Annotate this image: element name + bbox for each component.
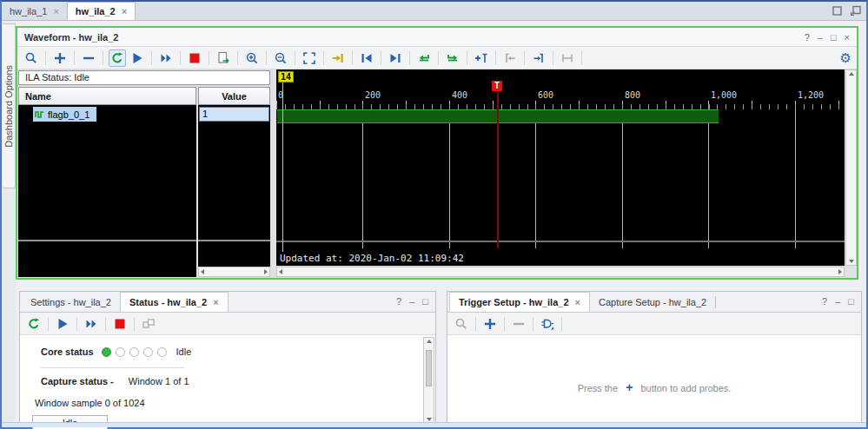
scroll-up-icon[interactable] bbox=[427, 340, 432, 343]
signal-row[interactable]: flagb_0_1 bbox=[33, 107, 96, 122]
trigger-setup-panel: Trigger Setup - hw_ila_2 × Capture Setup… bbox=[447, 291, 862, 426]
previous-transition-icon[interactable] bbox=[415, 50, 433, 67]
core-status-value: Idle bbox=[176, 346, 192, 357]
core-status-row: Core status Idle bbox=[41, 346, 191, 357]
cursor-marker[interactable]: 14 bbox=[278, 71, 294, 82]
core-status-dot-active bbox=[102, 347, 111, 357]
trigger-maximize-icon[interactable]: □ bbox=[848, 296, 854, 307]
status-vscrollbar[interactable] bbox=[423, 337, 434, 424]
auto-retrigger-icon[interactable] bbox=[25, 315, 43, 333]
scroll-up-icon[interactable] bbox=[849, 72, 854, 76]
gridline bbox=[795, 109, 796, 248]
scroll-right-icon[interactable] bbox=[838, 269, 842, 274]
scroll-down-icon[interactable] bbox=[427, 418, 432, 421]
remove-probes-icon[interactable] bbox=[80, 50, 97, 67]
run-trigger-icon[interactable] bbox=[54, 315, 71, 333]
waveform-maximize-icon[interactable]: □ bbox=[831, 32, 837, 43]
tab-hw-ila-1[interactable]: hw_ila_1 × bbox=[2, 2, 67, 20]
status-help-icon[interactable]: ? bbox=[396, 296, 401, 307]
value-column-body[interactable]: 1 bbox=[198, 105, 270, 267]
tab-hw-ila-2-close-icon[interactable]: × bbox=[122, 6, 127, 16]
zoom-fit-icon[interactable] bbox=[301, 50, 318, 67]
stop-trigger-icon[interactable] bbox=[186, 50, 203, 67]
add-probe-icon[interactable] bbox=[481, 315, 499, 333]
goto-cursor-icon[interactable] bbox=[329, 50, 347, 67]
scroll-left-icon[interactable] bbox=[279, 269, 282, 274]
updated-at-text: Updated at: 2020-Jan-02 11:09:42 bbox=[280, 253, 464, 264]
tab-hw-ila-1-close-icon[interactable]: × bbox=[53, 6, 58, 16]
run-trigger-immediate-icon[interactable] bbox=[157, 50, 175, 67]
value-column: Value 1 bbox=[198, 87, 270, 277]
waveform-hscrollbar[interactable] bbox=[276, 267, 845, 277]
tree-divider bbox=[18, 240, 196, 241]
message-prefix: Press the bbox=[578, 383, 618, 393]
tab-settings-label: Settings - hw_ila_2 bbox=[30, 297, 111, 307]
next-marker-icon[interactable] bbox=[530, 50, 547, 67]
scroll-right-icon[interactable] bbox=[264, 269, 268, 274]
previous-marker-icon[interactable] bbox=[501, 50, 519, 67]
add-marker-icon[interactable] bbox=[473, 50, 490, 67]
swap-markers-icon[interactable] bbox=[559, 50, 576, 67]
goto-start-icon[interactable] bbox=[358, 50, 375, 67]
trigger-marker[interactable]: T bbox=[492, 81, 502, 91]
export-ila-data-icon[interactable] bbox=[215, 50, 232, 67]
scroll-left-icon[interactable] bbox=[201, 269, 204, 274]
float-dashboard-icon[interactable] bbox=[850, 5, 861, 16]
dashboard-options-tab[interactable]: Dashboard Options bbox=[3, 23, 16, 188]
zoom-in-icon[interactable] bbox=[243, 50, 261, 67]
tab-hw-ila-2[interactable]: hw_ila_2 × bbox=[67, 2, 136, 20]
plus-icon: + bbox=[620, 380, 638, 394]
tree-divider bbox=[198, 240, 270, 241]
trigger-help-icon[interactable]: ? bbox=[822, 296, 827, 307]
trigger-content: Press the + button to add probes. bbox=[447, 335, 861, 426]
signal-value[interactable]: 1 bbox=[199, 107, 269, 122]
remove-probe-icon[interactable] bbox=[510, 315, 527, 333]
dashboard-options-label: Dashboard Options bbox=[3, 65, 14, 148]
tab-capture-setup[interactable]: Capture Setup - hw_ila_2 bbox=[590, 292, 715, 312]
ruler-tick-label: 1,000 bbox=[711, 90, 737, 100]
ila-status-field: ILA Status: Idle bbox=[18, 70, 270, 85]
next-transition-icon[interactable] bbox=[444, 50, 461, 67]
value-column-hscrollbar[interactable] bbox=[198, 267, 270, 277]
waveform-close-icon[interactable]: × bbox=[845, 32, 850, 43]
tab-status-close-icon[interactable]: × bbox=[213, 297, 218, 307]
capture-status-value: Window 1 of 1 bbox=[129, 376, 189, 386]
waveform-plot-area[interactable]: 0 200 400 600 800 1,000 1,200 T 14 bbox=[276, 69, 845, 266]
run-trigger-immediate-icon[interactable] bbox=[83, 315, 100, 333]
value-column-header[interactable]: Value bbox=[198, 87, 270, 105]
toggle-windows-icon[interactable] bbox=[140, 315, 157, 333]
run-trigger-icon[interactable] bbox=[129, 50, 146, 67]
ruler-tick-label: 400 bbox=[452, 90, 467, 100]
scrollbar-thumb[interactable] bbox=[426, 350, 432, 386]
auto-retrigger-icon[interactable] bbox=[109, 50, 126, 67]
waveform-settings-gear-icon[interactable]: ⚙ bbox=[840, 50, 851, 66]
waveform-minimize-icon[interactable]: – bbox=[818, 32, 823, 43]
find-icon[interactable] bbox=[23, 50, 40, 67]
tab-status-hw-ila-2[interactable]: Status - hw_ila_2 × bbox=[120, 292, 229, 312]
waveform-body: ILA Status: Idle Name flagb_0_1 Value 1 bbox=[17, 69, 857, 278]
find-icon[interactable] bbox=[453, 315, 470, 333]
name-column-header[interactable]: Name bbox=[18, 87, 196, 105]
zoom-out-icon[interactable] bbox=[272, 50, 289, 67]
trigger-minimize-icon[interactable]: – bbox=[835, 296, 840, 307]
tab-settings-hw-ila-2[interactable]: Settings - hw_ila_2 bbox=[22, 292, 120, 312]
trigger-condition-gate-icon[interactable] bbox=[539, 315, 556, 333]
maximize-dashboard-icon[interactable] bbox=[832, 5, 843, 16]
add-probes-icon[interactable] bbox=[51, 50, 69, 67]
trigger-line bbox=[497, 92, 499, 248]
tab-trigger-setup[interactable]: Trigger Setup - hw_ila_2 × bbox=[449, 292, 590, 312]
waveform-help-icon[interactable]: ? bbox=[805, 32, 810, 43]
waveform-toolbar: ⚙ bbox=[17, 47, 857, 69]
scroll-down-icon[interactable] bbox=[849, 260, 854, 263]
name-column-body[interactable]: flagb_0_1 bbox=[18, 105, 196, 277]
status-minimize-icon[interactable]: – bbox=[409, 296, 414, 307]
ruler-tick-label: 200 bbox=[365, 90, 381, 100]
tab-trigger-setup-close-icon[interactable]: × bbox=[575, 297, 580, 307]
vivado-hw-manager-window: hw_ila_1 × hw_ila_2 × Dashboard Options … bbox=[0, 0, 868, 429]
goto-end-icon[interactable] bbox=[387, 50, 404, 67]
waveform-vscrollbar[interactable] bbox=[845, 69, 857, 266]
signal-waveform-icon bbox=[35, 109, 44, 119]
status-maximize-icon[interactable]: □ bbox=[422, 296, 428, 307]
tab-trigger-setup-label: Trigger Setup - hw_ila_2 bbox=[459, 297, 569, 307]
stop-trigger-icon[interactable] bbox=[111, 315, 129, 333]
